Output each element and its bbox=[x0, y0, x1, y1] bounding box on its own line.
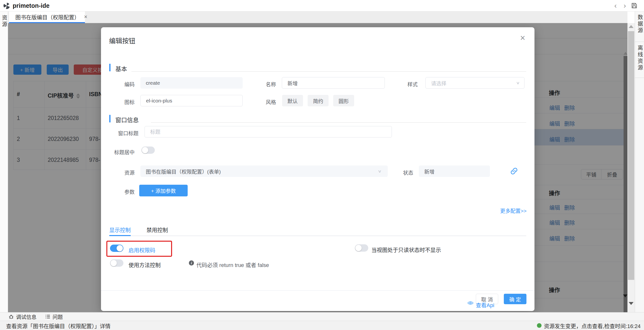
tab-active[interactable]: 图书在版编目（权限配置） × bbox=[9, 12, 85, 23]
shape-option-round[interactable]: 圆形 bbox=[333, 95, 354, 106]
section-title-window: 窗口信息 bbox=[115, 115, 139, 124]
method-hint: 代码必须 return true 或者 false bbox=[196, 261, 269, 268]
link-icon[interactable] bbox=[510, 167, 518, 175]
title-center-label: 标题居中 bbox=[106, 148, 134, 156]
rail-section-offline: 离线资源 bbox=[635, 42, 644, 78]
tab-label: 图书在版编目（权限配置） bbox=[15, 13, 80, 21]
dialog-close-icon[interactable]: × bbox=[520, 34, 525, 42]
resource-change-label: 资源发生变更，点击查看,检查时间:16:24 bbox=[544, 322, 640, 330]
shape-option-default[interactable]: 默认 bbox=[282, 95, 303, 106]
readonly-hide-label: 当视图处于只读状态时不显示 bbox=[372, 246, 441, 253]
window-title-label: 窗口标题 bbox=[106, 129, 138, 136]
problems-button[interactable]: 问题 bbox=[45, 313, 63, 320]
debug-info-button[interactable]: 调试信息 bbox=[8, 313, 36, 320]
tab-bar: 图书在版编目（权限配置） × bbox=[8, 12, 628, 23]
top-bar: primeton-ide ‹ › bbox=[0, 0, 644, 12]
eye-icon[interactable] bbox=[468, 300, 474, 306]
more-config-link[interactable]: 更多配置>> bbox=[500, 207, 527, 214]
add-param-button[interactable]: + 添加参数 bbox=[139, 185, 188, 196]
state-field: 新增 bbox=[419, 166, 490, 177]
tab-active-indicator bbox=[109, 235, 131, 236]
method-control-label: 使用方法控制 bbox=[128, 261, 161, 268]
debug-info-label: 调试信息 bbox=[16, 313, 36, 320]
state-label: 状态 bbox=[389, 169, 413, 176]
scrollbar-thumb[interactable] bbox=[628, 31, 634, 280]
code-field: create bbox=[140, 77, 243, 88]
sidebar-item-datasource[interactable]: 数据源 bbox=[637, 14, 642, 42]
status-bar: 查看资源「图书在版编目（权限配置）」详情 资源发生变更，点击查看,检查时间:16… bbox=[0, 321, 644, 330]
section-accent-bar bbox=[109, 115, 110, 122]
readonly-hide-toggle[interactable] bbox=[355, 244, 368, 252]
method-control-toggle[interactable] bbox=[110, 260, 124, 267]
tab-display-control[interactable]: 显示控制 bbox=[109, 226, 131, 234]
app-logo-icon bbox=[3, 2, 11, 10]
resource-select[interactable]: 图书在版编目（权限配置）(表单) bbox=[140, 166, 388, 177]
icon-field[interactable] bbox=[140, 95, 243, 106]
chevron-down-icon: ∨ bbox=[516, 81, 520, 85]
edit-button-dialog: 编辑按钮 × 基本 编码 create 名称 样式 请选择 ∨ 图标 风格 默认… bbox=[101, 27, 534, 311]
vertical-scrollbar[interactable] bbox=[628, 23, 635, 312]
problems-label: 问题 bbox=[52, 313, 63, 320]
ok-button[interactable]: 确 定 bbox=[504, 294, 526, 304]
screen: primeton-ide ‹ › 图书在版编目（权限配置） × 资源 数据源 bbox=[0, 0, 644, 330]
chevron-down-icon: ∨ bbox=[378, 169, 382, 174]
sidebar-item-offline[interactable]: 离线资源 bbox=[637, 45, 642, 78]
resource-change-notice[interactable]: 资源发生变更，点击查看,检查时间:16:24 bbox=[537, 322, 640, 330]
status-dot bbox=[537, 323, 542, 328]
perm-code-label: 启用权限码 bbox=[128, 246, 155, 254]
bottom-toolbar: 调试信息 问题 bbox=[0, 312, 644, 321]
tabs-underline bbox=[109, 236, 526, 236]
params-label: 参数 bbox=[110, 188, 134, 195]
right-rail: 数据源 离线资源 bbox=[635, 12, 644, 312]
sidebar-item-resources[interactable]: 资源 bbox=[1, 15, 6, 28]
list-icon bbox=[45, 314, 50, 320]
app-title: primeton-ide bbox=[13, 2, 50, 9]
tab-disable-control[interactable]: 禁用控制 bbox=[146, 226, 168, 234]
window-title-field[interactable] bbox=[144, 126, 392, 138]
resource-label: 资源 bbox=[110, 169, 134, 176]
left-rail: 资源 bbox=[0, 12, 8, 312]
section-accent-bar bbox=[109, 64, 110, 71]
bug-icon bbox=[8, 314, 14, 320]
icon-label: 图标 bbox=[110, 98, 134, 106]
style-label: 样式 bbox=[393, 80, 418, 88]
footer-divider bbox=[101, 290, 534, 290]
style-select[interactable]: 请选择 bbox=[426, 77, 524, 88]
name-field[interactable] bbox=[282, 77, 385, 88]
scroll-up-icon[interactable] bbox=[629, 25, 634, 28]
info-icon: i bbox=[189, 260, 194, 266]
nav-back-button[interactable]: ‹ bbox=[612, 2, 620, 10]
shape-label: 风格 bbox=[252, 98, 276, 106]
perm-code-toggle[interactable] bbox=[110, 244, 124, 252]
shape-option-plain[interactable]: 简约 bbox=[308, 95, 328, 106]
scroll-down-icon[interactable] bbox=[629, 302, 634, 305]
status-message: 查看资源「图书在版编目（权限配置）」详情 bbox=[6, 322, 110, 330]
save-icon[interactable] bbox=[631, 2, 638, 9]
view-api-link[interactable]: 查看Api bbox=[476, 301, 494, 308]
section-title-basic: 基本 bbox=[115, 64, 127, 73]
nav-forward-button[interactable]: › bbox=[621, 2, 629, 10]
rail-section-datasource: 数据源 bbox=[635, 12, 644, 42]
name-label: 名称 bbox=[252, 80, 276, 88]
tab-close-icon[interactable]: × bbox=[84, 14, 88, 20]
title-center-toggle[interactable] bbox=[142, 146, 155, 154]
dialog-title: 编辑按钮 bbox=[109, 36, 135, 45]
code-label: 编码 bbox=[110, 80, 134, 88]
